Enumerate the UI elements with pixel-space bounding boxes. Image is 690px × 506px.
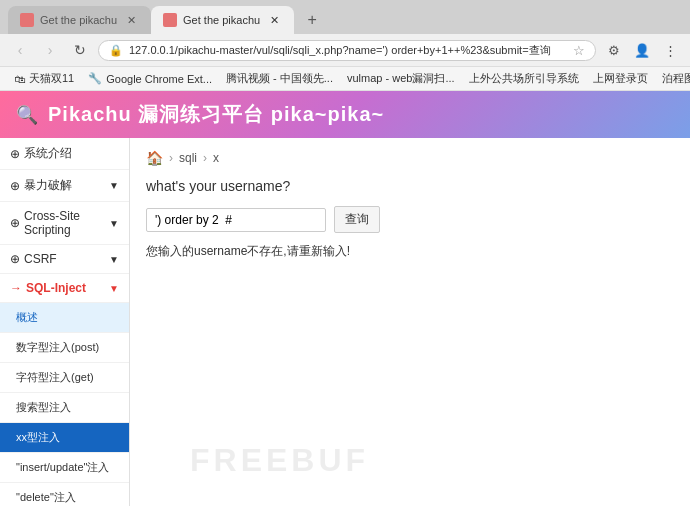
sidebar-item-delete-inject[interactable]: "delete"注入 [0,483,129,506]
bookmarks-bar: 🛍 天猫双11 🔧 Google Chrome Ext... 腾讯视频 - 中国… [0,67,690,91]
bookmark-tencent-video[interactable]: 腾讯视频 - 中国领先... [220,69,339,88]
brute-force-icon: ⊕ [10,179,20,193]
breadcrumb-home-icon[interactable]: 🏠 [146,150,163,166]
bookmark-bo-cheng[interactable]: 泊程图 [656,69,690,88]
bookmark-bo-cheng-label: 泊程图 [662,71,690,86]
sidebar-item-xss[interactable]: ⊕ Cross-Site Scripting ▼ [0,202,129,245]
bookmark-chrome-ext-label: Google Chrome Ext... [106,73,212,85]
tab-1-close[interactable]: ✕ [123,12,139,28]
chrome-ext-icon: 🔧 [88,72,102,85]
bookmark-public-wifi-label: 上外公共场所引导系统 [469,71,579,86]
bookmark-login[interactable]: 上网登录页 [587,69,654,88]
sidebar-item-search-inject[interactable]: 搜索型注入 [0,393,129,423]
sidebar-item-brute-force[interactable]: ⊕ 暴力破解 ▼ [0,170,129,202]
main-content: 🏠 › sqli › x what's your username? 查询 您输… [130,138,690,506]
sidebar-item-sql-inject[interactable]: → SQL-Inject ▼ [0,274,129,303]
browser-chrome: Get the pikachu ✕ Get the pikachu ✕ + ‹ … [0,0,690,91]
app-header-icon: 🔍 [16,104,38,126]
tab-2-favicon [163,13,177,27]
bookmark-public-wifi[interactable]: 上外公共场所引导系统 [463,69,585,88]
bookmark-login-label: 上网登录页 [593,71,648,86]
bookmark-tianmao[interactable]: 🛍 天猫双11 [8,69,80,88]
sys-intro-icon: ⊕ [10,147,20,161]
sidebar: ⊕ 系统介绍 ⊕ 暴力破解 ▼ ⊕ Cross-Site Scripting ▼… [0,138,130,506]
sidebar-item-numeric-post-label: 数字型注入(post) [16,340,99,355]
bookmark-tianmao-label: 天猫双11 [29,71,74,86]
sidebar-item-insert-update[interactable]: "insert/update"注入 [0,453,129,483]
refresh-button[interactable]: ↻ [68,38,92,62]
error-message: 您输入的username不存在,请重新输入! [146,243,674,260]
nav-bar: ‹ › ↻ 🔒 127.0.0.1/pikachu-master/vul/sql… [0,34,690,67]
input-row: 查询 [146,206,674,233]
sidebar-item-delete-inject-label: "delete"注入 [16,490,76,505]
csrf-icon: ⊕ [10,252,20,266]
tab-1-label: Get the pikachu [40,14,117,26]
sidebar-item-overview-label: 概述 [16,310,38,325]
tab-2-label: Get the pikachu [183,14,260,26]
app-header-title: Pikachu 漏洞练习平台 pika~pika~ [48,101,384,128]
sidebar-item-xss-label: Cross-Site Scripting [24,209,105,237]
sidebar-item-csrf-label: CSRF [24,252,57,266]
bookmark-chrome-ext[interactable]: 🔧 Google Chrome Ext... [82,70,218,87]
breadcrumb: 🏠 › sqli › x [146,150,674,166]
question-label: what's your username? [146,178,674,194]
lock-icon: 🔒 [109,44,123,57]
nav-actions: ⚙ 👤 ⋮ [602,38,682,62]
xss-chevron: ▼ [109,218,119,229]
app-body: ⊕ 系统介绍 ⊕ 暴力破解 ▼ ⊕ Cross-Site Scripting ▼… [0,138,690,506]
tab-1[interactable]: Get the pikachu ✕ [8,6,151,34]
username-input[interactable] [146,208,326,232]
app-header: 🔍 Pikachu 漏洞练习平台 pika~pika~ [0,91,690,138]
sidebar-item-xx-inject-label: xx型注入 [16,430,60,445]
sidebar-item-brute-force-label: 暴力破解 [24,177,72,194]
sidebar-item-csrf[interactable]: ⊕ CSRF ▼ [0,245,129,274]
breadcrumb-sep-1: › [169,151,173,165]
sidebar-item-numeric-post[interactable]: 数字型注入(post) [0,333,129,363]
star-icon[interactable]: ☆ [573,43,585,58]
breadcrumb-sep-2: › [203,151,207,165]
sidebar-item-string-get[interactable]: 字符型注入(get) [0,363,129,393]
sidebar-item-sys-intro-label: 系统介绍 [24,145,72,162]
breadcrumb-sqli[interactable]: sqli [179,151,197,165]
tab-bar: Get the pikachu ✕ Get the pikachu ✕ + [0,0,690,34]
sidebar-item-search-inject-label: 搜索型注入 [16,400,71,415]
profile-button[interactable]: 👤 [630,38,654,62]
sidebar-item-xx-inject[interactable]: xx型注入 [0,423,129,453]
submit-button[interactable]: 查询 [334,206,380,233]
bookmark-vulmap[interactable]: vulmap - web漏洞扫... [341,69,461,88]
bookmark-vulmap-label: vulmap - web漏洞扫... [347,71,455,86]
extensions-button[interactable]: ⚙ [602,38,626,62]
forward-button[interactable]: › [38,38,62,62]
breadcrumb-page: x [213,151,219,165]
tab-2-close[interactable]: ✕ [266,12,282,28]
bookmark-tencent-label: 腾讯视频 - 中国领先... [226,71,333,86]
sidebar-item-sys-intro[interactable]: ⊕ 系统介绍 [0,138,129,170]
watermark: FREEBUF [190,442,369,479]
address-bar[interactable]: 🔒 127.0.0.1/pikachu-master/vul/sqli/sqli… [98,40,596,61]
new-tab-button[interactable]: + [298,6,326,34]
tianmao-icon: 🛍 [14,73,25,85]
brute-force-chevron: ▼ [109,180,119,191]
menu-button[interactable]: ⋮ [658,38,682,62]
tab-1-favicon [20,13,34,27]
tab-2[interactable]: Get the pikachu ✕ [151,6,294,34]
csrf-chevron: ▼ [109,254,119,265]
sidebar-item-string-get-label: 字符型注入(get) [16,370,94,385]
back-button[interactable]: ‹ [8,38,32,62]
sql-inject-active-icon: → [10,281,22,295]
address-url: 127.0.0.1/pikachu-master/vul/sqli/sqli_x… [129,43,567,58]
xss-icon: ⊕ [10,216,20,230]
sidebar-item-overview[interactable]: 概述 [0,303,129,333]
app-container: 🔍 Pikachu 漏洞练习平台 pika~pika~ ⊕ 系统介绍 ⊕ 暴力破… [0,91,690,506]
sidebar-item-sql-inject-label: SQL-Inject [26,281,86,295]
sidebar-item-insert-update-label: "insert/update"注入 [16,460,109,475]
sql-inject-chevron: ▼ [109,283,119,294]
